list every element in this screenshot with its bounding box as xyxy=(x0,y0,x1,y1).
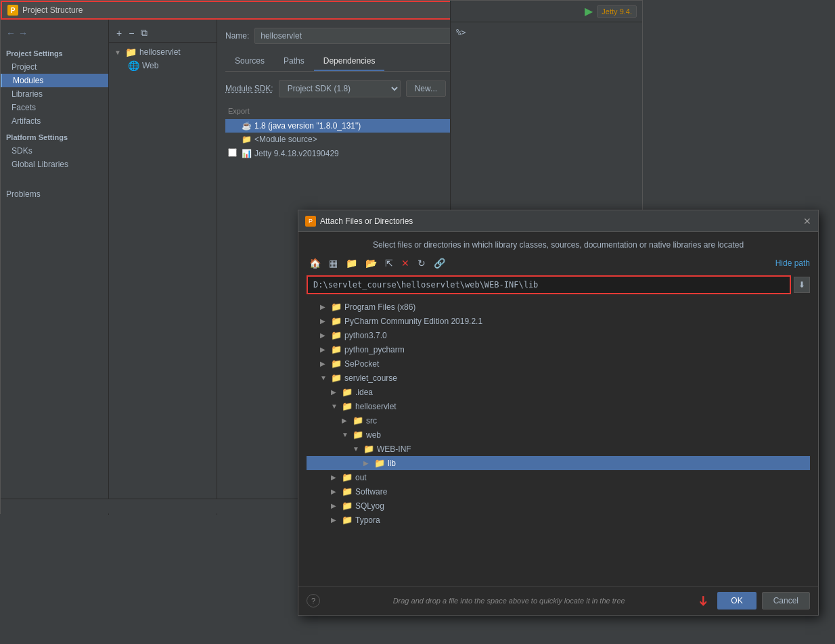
left-sidebar: ← → Project Settings Project Modules Lib… xyxy=(1,20,109,515)
sidebar-item-libraries[interactable]: Libraries xyxy=(1,87,108,101)
view-button[interactable]: ▦ xyxy=(326,256,340,270)
refresh-button[interactable]: ↻ xyxy=(415,256,428,270)
tree-item-python370[interactable]: ▶ 📁 python3.7.0 xyxy=(307,328,810,342)
sidebar-item-sdks[interactable]: SDKs xyxy=(1,144,108,158)
tree-item-pycharm[interactable]: ▶ 📁 PyCharm Community Edition 2019.2.1 xyxy=(307,314,810,328)
sidebar-item-facets[interactable]: Facets xyxy=(1,101,108,114)
path-input-row: ⬇ xyxy=(307,275,810,294)
platform-settings-section: Platform Settings xyxy=(1,128,108,144)
module-tree-item-web[interactable]: 🌐 Web xyxy=(109,59,217,72)
module-tree: + − ⧉ ▼ 📁 helloservlet 🌐 Web xyxy=(109,20,217,515)
path-input[interactable] xyxy=(307,275,791,294)
tree-item-helloservlet[interactable]: ▼ 📁 helloservlet xyxy=(307,399,810,413)
run-icon: ▶ xyxy=(585,5,593,18)
tree-item-sqlyog[interactable]: ▶ 📁 SQLyog xyxy=(307,499,810,513)
sdk-select[interactable]: Project SDK (1.8) xyxy=(279,80,401,97)
folder-button[interactable]: 📁 xyxy=(343,256,360,270)
remove-module-button[interactable]: − xyxy=(127,26,136,39)
module-tree-toolbar: + − ⧉ xyxy=(109,24,217,43)
file-toolbar: 🏠 ▦ 📁 📂 ⇱ ✕ ↻ 🔗 Hide path xyxy=(307,256,810,270)
add-module-button[interactable]: + xyxy=(114,26,124,39)
tree-item-lib[interactable]: ▶ 📁 lib xyxy=(307,456,810,470)
col-export-header: Export xyxy=(225,106,252,116)
new-folder-button[interactable]: 📂 xyxy=(363,256,380,270)
jetty-badge: Jetty 9.4. xyxy=(597,5,637,18)
back-arrow-icon[interactable]: ← xyxy=(6,28,16,39)
tree-item-sepocket[interactable]: ▶ 📁 SePocket xyxy=(307,356,810,371)
tab-sources[interactable]: Sources xyxy=(225,52,274,71)
link-button[interactable]: 🔗 xyxy=(431,256,448,270)
tree-item-webinf[interactable]: ▼ 📁 WEB-INF xyxy=(307,442,810,456)
tab-paths[interactable]: Paths xyxy=(274,52,314,71)
tree-item-web[interactable]: ▼ 📁 web xyxy=(307,428,810,442)
dialog-title-text: Attach Files or Directories xyxy=(320,216,803,226)
dialog-description: Select files or directories in which lib… xyxy=(307,240,810,250)
tree-item-python-pycharm[interactable]: ▶ 📁 python_pycharm xyxy=(307,342,810,356)
forward-arrow-icon[interactable]: → xyxy=(18,28,28,39)
sidebar-item-modules[interactable]: Modules xyxy=(1,74,108,87)
tree-item-typora[interactable]: ▶ 📁 Typora xyxy=(307,513,810,527)
sidebar-item-problems[interactable]: Problems xyxy=(1,187,108,201)
tree-item-software[interactable]: ▶ 📁 Software xyxy=(307,484,810,499)
home-button[interactable]: 🏠 xyxy=(307,256,323,270)
help-button[interactable]: ? xyxy=(307,594,320,607)
expand-button[interactable]: ⇱ xyxy=(382,256,396,270)
dialog-actions: OK Cancel xyxy=(717,592,810,610)
dialog-icon: P xyxy=(305,216,316,227)
ok-red-arrow-icon: ➔ xyxy=(696,595,712,607)
tree-item-servlet-course[interactable]: ▼ 📁 servlet_course xyxy=(307,371,810,385)
delete-button[interactable]: ✕ xyxy=(399,256,412,270)
ok-button[interactable]: OK xyxy=(717,592,756,610)
ide-right-toolbar: ▶ Jetty 9.4. xyxy=(451,1,642,22)
copy-module-button[interactable]: ⧉ xyxy=(139,26,150,39)
name-label: Name: xyxy=(225,31,249,41)
tab-dependencies[interactable]: Dependencies xyxy=(314,52,385,71)
sidebar-item-global-libraries[interactable]: Global Libraries xyxy=(1,158,108,171)
attach-dialog: P Attach Files or Directories ✕ Select f… xyxy=(298,210,819,616)
path-download-button[interactable]: ⬇ xyxy=(794,277,810,293)
dialog-title-bar: P Attach Files or Directories ✕ xyxy=(298,210,818,232)
project-settings-section: Project Settings xyxy=(1,47,108,60)
sidebar-item-artifacts[interactable]: Artifacts xyxy=(1,114,108,128)
sdk-label: Module SDK: xyxy=(225,84,273,93)
terminal-area: %> xyxy=(451,22,642,43)
file-tree: ▶ 📁 Program Files (x86) ▶ 📁 PyCharm Comm… xyxy=(307,300,810,564)
dep-check-jetty xyxy=(228,148,242,159)
module-tree-item-helloservlet[interactable]: ▼ 📁 helloservlet xyxy=(109,45,217,59)
dialog-body: Select files or directories in which lib… xyxy=(298,232,818,572)
tree-item-idea[interactable]: ▶ 📁 .idea xyxy=(307,385,810,399)
tree-item-out[interactable]: ▶ 📁 out xyxy=(307,470,810,484)
sidebar-item-project[interactable]: Project xyxy=(1,60,108,74)
drag-hint: Drag and drop a file into the space abov… xyxy=(393,597,625,605)
cancel-button[interactable]: Cancel xyxy=(762,592,810,610)
dialog-close-icon[interactable]: ✕ xyxy=(803,216,811,227)
dialog-bottom: ? Drag and drop a file into the space ab… xyxy=(298,586,818,615)
tree-item-src[interactable]: ▶ 📁 src xyxy=(307,413,810,428)
tree-item-program-files[interactable]: ▶ 📁 Program Files (x86) xyxy=(307,300,810,314)
sdk-new-button[interactable]: New... xyxy=(406,80,446,97)
app-icon: P xyxy=(7,5,18,16)
hide-path-button[interactable]: Hide path xyxy=(775,258,810,268)
